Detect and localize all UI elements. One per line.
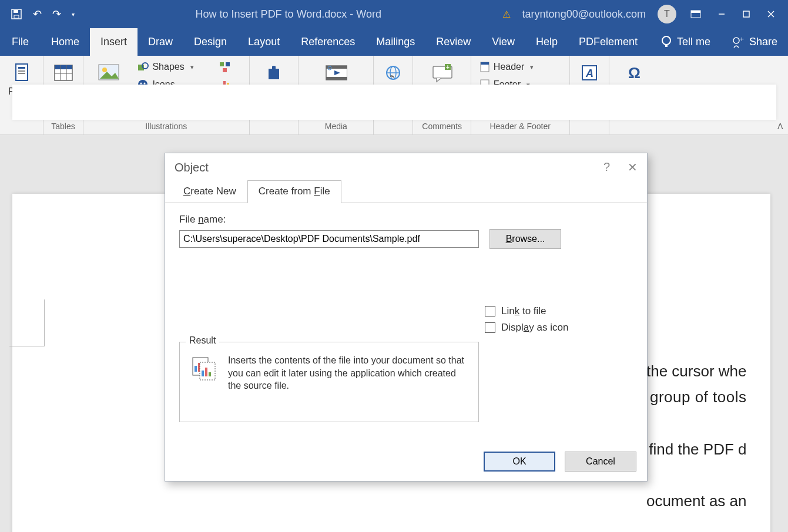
avatar[interactable]: T bbox=[658, 5, 676, 23]
close-dialog-icon[interactable]: ✕ bbox=[628, 160, 638, 174]
ribbon-display-icon[interactable] bbox=[688, 8, 703, 21]
maximize-icon[interactable] bbox=[740, 8, 753, 21]
link-to-file-label: Link to file bbox=[501, 305, 546, 317]
svg-rect-63 bbox=[205, 368, 207, 376]
svg-rect-10 bbox=[665, 45, 668, 47]
tab-help[interactable]: Help bbox=[525, 28, 568, 56]
tab-create-from-file[interactable]: Create from File bbox=[247, 180, 341, 203]
svg-rect-16 bbox=[18, 73, 25, 74]
result-box: Result Inserts the contents of the file … bbox=[179, 342, 479, 422]
help-icon[interactable]: ? bbox=[603, 160, 610, 174]
user-email[interactable]: taryntong00@outlook.com bbox=[522, 8, 646, 21]
ribbon-tabs: File Home Insert Draw Design Layout Refe… bbox=[0, 28, 788, 56]
collapse-ribbon-icon[interactable]: ᐱ bbox=[777, 122, 783, 131]
tab-references[interactable]: References bbox=[290, 28, 366, 56]
svg-rect-31 bbox=[223, 68, 227, 72]
svg-point-9 bbox=[662, 36, 670, 45]
tab-view[interactable]: View bbox=[481, 28, 525, 56]
svg-rect-49 bbox=[481, 62, 489, 65]
svg-rect-14 bbox=[18, 67, 25, 69]
tab-home[interactable]: Home bbox=[41, 28, 90, 56]
file-name-input[interactable] bbox=[179, 230, 479, 248]
share-icon: + bbox=[732, 36, 745, 49]
text-icon: A bbox=[578, 62, 601, 84]
save-icon[interactable] bbox=[11, 8, 22, 20]
svg-rect-13 bbox=[16, 64, 28, 80]
share-button[interactable]: + Share bbox=[721, 28, 788, 56]
svg-rect-62 bbox=[202, 371, 204, 376]
tab-insert[interactable]: Insert bbox=[90, 28, 138, 56]
dialog-title: Object bbox=[175, 161, 209, 174]
shapes-button[interactable]: Shapes bbox=[135, 59, 209, 75]
dialog-tabs: Create New Create from File bbox=[165, 180, 647, 203]
redo-icon[interactable]: ↷ bbox=[52, 8, 61, 21]
tab-mailings[interactable]: Mailings bbox=[366, 28, 425, 56]
svg-rect-29 bbox=[220, 62, 224, 66]
pictures-icon bbox=[98, 62, 120, 84]
tab-file[interactable]: File bbox=[0, 28, 41, 56]
svg-rect-18 bbox=[55, 65, 72, 69]
smartart-button[interactable] bbox=[216, 59, 243, 75]
page-corner-mark bbox=[9, 299, 45, 346]
doc-heading: How to Insert PDF into Word as an Image↵ bbox=[153, 526, 747, 532]
link-to-file-checkbox[interactable] bbox=[485, 306, 495, 316]
warning-icon[interactable]: ⚠ bbox=[502, 9, 511, 20]
svg-text:+: + bbox=[740, 36, 744, 43]
smartart-icon bbox=[219, 61, 232, 73]
video-icon bbox=[325, 62, 347, 84]
result-legend: Result bbox=[186, 335, 219, 346]
display-as-icon-checkbox[interactable] bbox=[485, 322, 495, 333]
tab-design[interactable]: Design bbox=[183, 28, 237, 56]
tab-draw[interactable]: Draw bbox=[138, 28, 183, 56]
tab-layout[interactable]: Layout bbox=[237, 28, 290, 56]
symbols-icon: Ω bbox=[624, 62, 646, 84]
file-name-label: File name: bbox=[179, 214, 633, 225]
cancel-button[interactable]: Cancel bbox=[565, 452, 636, 472]
svg-rect-30 bbox=[226, 62, 230, 66]
svg-rect-2 bbox=[14, 15, 19, 18]
header-button[interactable]: Header bbox=[477, 59, 564, 75]
close-icon[interactable] bbox=[764, 8, 777, 21]
svg-rect-40 bbox=[326, 77, 347, 80]
svg-rect-6 bbox=[743, 11, 749, 17]
comment-icon: + bbox=[431, 62, 453, 84]
pages-icon bbox=[11, 62, 33, 84]
svg-text:Ω: Ω bbox=[628, 64, 641, 82]
shapes-icon bbox=[137, 61, 149, 73]
title-bar: ↶ ↷ ▾ How to Insert PDF to Word.docx - W… bbox=[0, 0, 788, 28]
lightbulb-icon bbox=[660, 35, 672, 49]
object-dialog: Object ? ✕ Create New Create from File F… bbox=[165, 153, 648, 482]
display-as-icon-label: Display as icon bbox=[501, 322, 568, 334]
svg-rect-15 bbox=[18, 70, 25, 72]
links-icon bbox=[382, 62, 404, 84]
result-icon bbox=[189, 354, 219, 383]
result-text: Inserts the contents of the file into yo… bbox=[228, 354, 469, 392]
document-title: How to Insert PDF to Word.docx - Word bbox=[75, 8, 502, 21]
page-top-sliver bbox=[12, 85, 776, 120]
table-icon bbox=[52, 62, 75, 84]
svg-rect-58 bbox=[195, 366, 197, 372]
tab-review[interactable]: Review bbox=[425, 28, 481, 56]
svg-text:+: + bbox=[446, 64, 450, 70]
tab-pdfelement[interactable]: PDFelement bbox=[568, 28, 648, 56]
svg-point-11 bbox=[733, 38, 739, 43]
ok-button[interactable]: OK bbox=[484, 452, 555, 472]
svg-rect-64 bbox=[209, 372, 211, 376]
undo-icon[interactable]: ↶ bbox=[33, 8, 42, 21]
tab-create-new[interactable]: Create New bbox=[172, 180, 247, 203]
minimize-icon[interactable] bbox=[715, 8, 728, 21]
svg-text:A: A bbox=[585, 68, 593, 79]
header-icon bbox=[479, 61, 490, 73]
tell-me[interactable]: Tell me bbox=[650, 28, 721, 56]
browse-button[interactable]: Browse... bbox=[489, 229, 561, 249]
svg-point-23 bbox=[102, 68, 107, 72]
svg-rect-1 bbox=[14, 10, 18, 13]
svg-rect-4 bbox=[691, 11, 700, 13]
addins-icon bbox=[263, 62, 285, 84]
quick-access-toolbar: ↶ ↷ ▾ bbox=[0, 8, 75, 21]
